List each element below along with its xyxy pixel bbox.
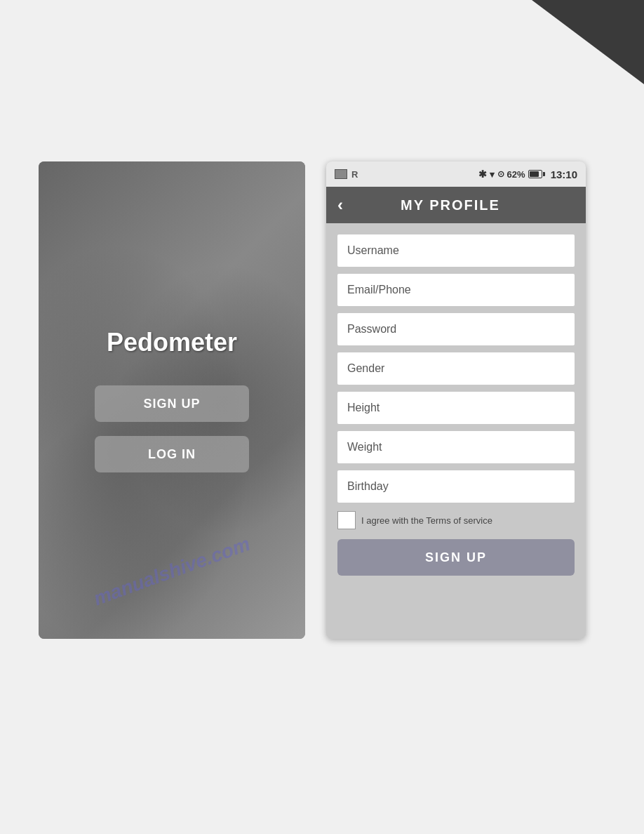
login-button[interactable]: LOG IN (95, 436, 249, 472)
right-phone: R ✱ ▾ ⊙ 62% 13:10 ‹ MY PROFILE (326, 161, 586, 639)
signal-icon: ⊙ (497, 169, 504, 179)
nav-title: MY PROFILE (354, 197, 546, 213)
status-left-icons: R (335, 169, 358, 180)
wifi-icon: ▾ (490, 169, 495, 180)
weight-field[interactable] (337, 431, 575, 463)
app-title: Pedometer (107, 328, 237, 357)
nav-bar: ‹ MY PROFILE (326, 187, 586, 223)
profile-form: I agree with the Terms of service SIGN U… (326, 223, 586, 639)
main-container: Pedometer SIGN UP LOG IN manualshive.com… (39, 161, 586, 639)
username-field[interactable] (337, 234, 575, 267)
settings-icon: R (351, 169, 358, 180)
battery-icon (528, 170, 545, 178)
image-icon (335, 169, 347, 179)
birthday-field[interactable] (337, 470, 575, 503)
left-phone-content: Pedometer SIGN UP LOG IN (95, 328, 249, 472)
status-bar: R ✱ ▾ ⊙ 62% 13:10 (326, 161, 586, 187)
button-group: SIGN UP LOG IN (95, 385, 249, 472)
gender-field[interactable] (337, 352, 575, 385)
status-right-area: ✱ ▾ ⊙ 62% 13:10 (478, 168, 577, 180)
back-button[interactable]: ‹ (337, 195, 343, 215)
terms-checkbox[interactable] (337, 511, 356, 529)
battery-percent: 62% (507, 169, 525, 180)
bluetooth-icon: ✱ (478, 168, 487, 180)
left-phone: Pedometer SIGN UP LOG IN manualshive.com (39, 161, 305, 639)
terms-label: I agree with the Terms of service (361, 515, 492, 526)
time-display: 13:10 (551, 168, 577, 180)
decorative-triangle (532, 0, 644, 84)
email-phone-field[interactable] (337, 274, 575, 306)
signup-button[interactable]: SIGN UP (95, 385, 249, 422)
terms-row: I agree with the Terms of service (337, 511, 575, 529)
height-field[interactable] (337, 392, 575, 424)
password-field[interactable] (337, 313, 575, 345)
profile-signup-button[interactable]: SIGN UP (337, 539, 575, 576)
